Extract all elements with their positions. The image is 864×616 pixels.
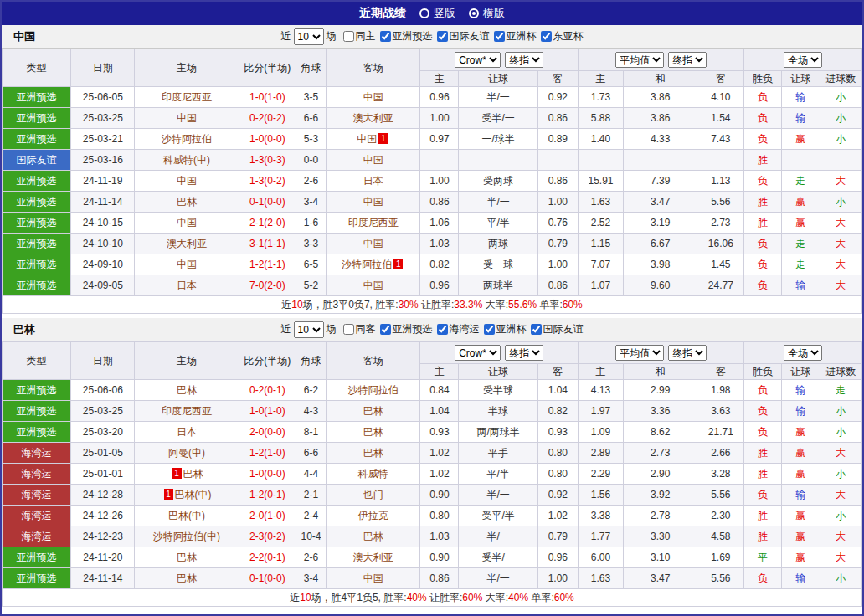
filter-checkbox[interactable] (380, 31, 391, 42)
home-team[interactable]: 巴林(中) (135, 506, 239, 526)
home-team[interactable]: 1巴林 (135, 464, 239, 485)
home-team[interactable]: 科威特(中) (135, 150, 239, 171)
away-team[interactable]: 澳大利亚 (327, 108, 420, 129)
home-team[interactable]: 1巴林(中) (135, 485, 239, 506)
filter-checkbox[interactable] (484, 324, 495, 335)
filter-checkbox[interactable] (343, 31, 354, 42)
filter-option[interactable]: 同客 (343, 322, 376, 336)
odds-kind-select[interactable]: 终指 (505, 52, 543, 68)
home-team[interactable]: 中国 (135, 108, 239, 129)
away-team[interactable]: 巴林 (327, 401, 420, 422)
home-team[interactable]: 阿曼(中) (135, 443, 239, 464)
away-team[interactable]: 中国 (327, 234, 420, 254)
team-name: 巴林 (363, 405, 383, 417)
home-team[interactable]: 巴林 (135, 192, 239, 213)
result-handicap: 走 (781, 234, 820, 254)
away-team[interactable]: 中国 (327, 275, 420, 296)
team-name: 巴林 (363, 531, 383, 542)
corner-count: 3-4 (296, 568, 326, 589)
average-odds: 9.60 (624, 275, 697, 296)
recent-count-select[interactable]: 10 (294, 28, 324, 45)
filter-option[interactable]: 亚洲杯 (484, 322, 527, 336)
team-name: 中国 (363, 280, 383, 291)
sub-header-avg-away: 客 (697, 364, 744, 380)
home-team[interactable]: 沙特阿拉伯(中) (135, 526, 239, 547)
summary-segment: 单率: (537, 299, 563, 311)
filter-option[interactable]: 国际友谊 (437, 29, 490, 44)
away-team[interactable]: 中国 (327, 192, 420, 213)
home-team[interactable]: 沙特阿拉伯 (135, 129, 239, 150)
away-team[interactable]: 巴林 (327, 526, 420, 547)
filter-option[interactable]: 海湾运 (437, 322, 480, 336)
filter-checkbox[interactable] (437, 31, 448, 42)
away-team[interactable]: 巴林 (327, 422, 420, 443)
filter-option[interactable]: 亚洲预选 (380, 29, 433, 44)
filter-option[interactable]: 亚洲预选 (380, 322, 433, 336)
filter-option[interactable]: 东亚杯 (541, 29, 584, 44)
away-team[interactable]: 科威特 (327, 464, 420, 485)
recent-count-select[interactable]: 10 (294, 321, 324, 338)
average-odds: 1.63 (578, 568, 623, 589)
view-mode-vertical-radio[interactable]: 竖版 (419, 6, 455, 21)
result-goals: 小 (820, 108, 861, 129)
bookmaker-odds: 0.82 (420, 254, 459, 275)
avg-kind-select[interactable]: 终指 (668, 52, 707, 68)
filter-checkbox[interactable] (541, 31, 552, 42)
away-team[interactable]: 沙特阿拉伯1 (327, 254, 420, 275)
home-team[interactable]: 日本 (135, 275, 239, 296)
odds-kind-select[interactable]: 终指 (505, 345, 543, 361)
result-outcome: 胜 (744, 506, 781, 526)
filter-checkbox[interactable] (531, 324, 542, 335)
radio-label: 横版 (483, 6, 505, 21)
filter-checkbox[interactable] (343, 324, 354, 335)
avg-source-select[interactable]: 平均值 (615, 345, 664, 361)
away-team[interactable]: 日本 (327, 171, 420, 192)
home-team[interactable]: 巴林 (135, 568, 239, 589)
average-odds: 2.66 (697, 443, 744, 464)
home-team[interactable]: 巴林 (135, 380, 239, 401)
home-team[interactable]: 中国 (135, 171, 239, 192)
average-odds: 1.56 (578, 485, 623, 506)
home-team[interactable]: 中国 (135, 213, 239, 234)
away-team[interactable]: 澳大利亚 (327, 547, 420, 568)
fulltime-select[interactable]: 全场 (784, 345, 822, 361)
away-team[interactable]: 伊拉克 (327, 506, 420, 526)
bookmaker-odds: 1.02 (537, 506, 578, 526)
filter-option[interactable]: 亚洲杯 (494, 29, 537, 44)
fulltime-select[interactable]: 全场 (784, 52, 822, 68)
score: 1-3(0-2) (239, 171, 296, 192)
away-team[interactable]: 印度尼西亚 (327, 213, 420, 234)
odds-source-select[interactable]: Crow* (455, 345, 501, 361)
avg-source-select[interactable]: 平均值 (615, 52, 664, 68)
away-team[interactable]: 沙特阿拉伯 (327, 380, 420, 401)
home-team[interactable]: 中国 (135, 254, 239, 275)
view-mode-horizontal-radio[interactable]: 横版 (469, 6, 505, 21)
filter-option[interactable]: 国际友谊 (531, 322, 584, 336)
bookmaker-odds: 受半/一 (459, 547, 537, 568)
away-team[interactable]: 巴林 (327, 443, 420, 464)
avg-kind-select[interactable]: 终指 (668, 345, 707, 361)
home-team[interactable]: 日本 (135, 422, 239, 443)
away-team[interactable]: 中国 (327, 87, 420, 108)
away-team[interactable]: 中国 (327, 568, 420, 589)
home-team[interactable]: 印度尼西亚 (135, 401, 239, 422)
col-header-type: 类型 (3, 49, 71, 87)
filter-checkbox[interactable] (380, 324, 391, 335)
filter-checkbox[interactable] (494, 31, 505, 42)
home-team[interactable]: 巴林 (135, 547, 239, 568)
away-team[interactable]: 中国1 (327, 129, 420, 150)
away-team[interactable]: 中国 (327, 150, 420, 171)
result-handicap: 输 (781, 380, 820, 401)
team-name: 中国 (363, 196, 383, 208)
filter-checkbox[interactable] (437, 324, 448, 335)
home-team[interactable]: 印度尼西亚 (135, 87, 239, 108)
competition-badge: 海湾运 (3, 506, 71, 526)
results-table: 类型 日期 主场 比分(半场) 角球 客场 Crow* 终指 平均值 (2, 341, 862, 607)
competition-badge: 亚洲预选 (3, 568, 71, 589)
filter-option[interactable]: 同主 (343, 29, 376, 44)
bookmaker-odds: 受半球 (459, 380, 537, 401)
bookmaker-odds: 0.96 (420, 275, 459, 296)
away-team[interactable]: 也门 (327, 485, 420, 506)
odds-source-select[interactable]: Crow* (455, 52, 501, 68)
home-team[interactable]: 澳大利亚 (135, 234, 239, 254)
